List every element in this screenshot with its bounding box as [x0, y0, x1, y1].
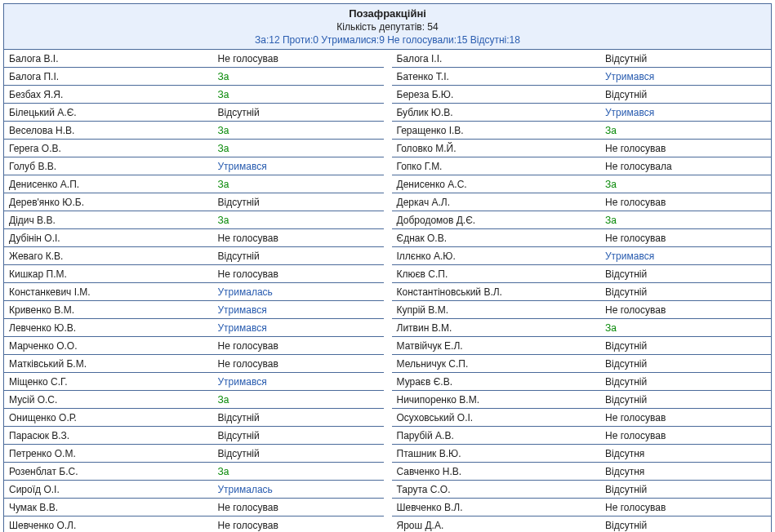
table-row: Тарута С.О.Відсутній — [392, 481, 772, 499]
deputy-vote: За — [212, 212, 383, 229]
deputy-count: Кількість депутатів: 54 — [4, 21, 771, 33]
deputy-name: Сироїд О.І. — [4, 481, 212, 499]
deputy-vote: За — [212, 69, 383, 86]
deputy-name: Іллєнко А.Ю. — [392, 248, 600, 265]
deputy-vote: За — [212, 176, 383, 193]
table-row: Мельничук С.П.Відсутній — [392, 356, 772, 373]
deputy-name: Розенблат Б.С. — [4, 463, 212, 481]
deputy-name: Литвин В.М. — [392, 320, 600, 337]
deputy-name: Веселова Н.В. — [4, 122, 212, 140]
table-row: Шевченко О.Л.Не голосував — [4, 517, 384, 532]
deputy-name: Бублик Ю.В. — [392, 104, 600, 122]
table-row: Балога І.І.Відсутній — [392, 51, 772, 68]
deputy-vote: За — [212, 463, 383, 481]
deputy-vote: Утримався — [600, 69, 771, 86]
deputy-name: Ничипоренко В.М. — [392, 392, 600, 409]
deputy-name: Констанкевич І.М. — [4, 284, 212, 301]
table-row: Кривенко В.М.Утримався — [4, 302, 384, 319]
deputy-vote: Утримався — [600, 248, 771, 265]
deputy-name: Петренко О.М. — [4, 446, 212, 463]
deputy-name: Константіновський В.Л. — [392, 284, 600, 301]
vote-columns: Балога В.І.Не голосувавБалога П.І.ЗаБезб… — [4, 50, 771, 532]
deputy-vote: Відсутній — [212, 428, 383, 445]
table-row: Петренко О.М.Відсутній — [4, 446, 384, 463]
deputy-vote: Не голосував — [212, 230, 383, 247]
vote-summary: За:12 Проти:0 Утрималися:9 Не голосували… — [4, 34, 771, 46]
deputy-vote: Утрималась — [212, 284, 383, 301]
deputy-name: Клюєв С.П. — [392, 266, 600, 283]
table-row: Береза Б.Ю.Відсутній — [392, 86, 772, 104]
deputy-name: Балога В.І. — [4, 51, 212, 68]
table-row: Шевченко В.Л.Не голосував — [392, 499, 772, 516]
deputy-vote: За — [600, 320, 771, 337]
deputy-vote: Відсутня — [600, 463, 771, 481]
table-row: Геращенко І.В.За — [392, 122, 772, 140]
deputy-vote: Не голосував — [600, 428, 771, 445]
deputy-name: Левченко Ю.В. — [4, 320, 212, 337]
deputy-vote: Не голосував — [600, 410, 771, 427]
deputy-name: Мураєв Є.В. — [392, 374, 600, 391]
deputy-name: Білецький А.Є. — [4, 104, 212, 122]
deputy-name: Геращенко І.В. — [392, 122, 600, 140]
table-row: Денисенко А.С.За — [392, 176, 772, 193]
deputy-vote: Не голосував — [600, 194, 771, 211]
vote-table-left: Балога В.І.Не голосувавБалога П.І.ЗаБезб… — [4, 50, 384, 532]
deputy-name: Безбах Я.Я. — [4, 86, 212, 104]
table-row: Міщенко С.Г.Утримався — [4, 374, 384, 391]
deputy-vote: Утримався — [600, 104, 771, 122]
deputy-vote: За — [212, 140, 383, 157]
table-row: Пташник В.Ю.Відсутня — [392, 446, 772, 463]
table-row: Добродомов Д.Є.За — [392, 212, 772, 229]
deputy-name: Кривенко В.М. — [4, 302, 212, 319]
deputy-vote: Не голосувала — [600, 158, 771, 175]
deputy-name: Тарута С.О. — [392, 481, 600, 499]
deputy-vote: Утримався — [212, 374, 383, 391]
deputy-vote: Утримався — [212, 302, 383, 319]
deputy-vote: Відсутній — [600, 392, 771, 409]
vote-table-right: Балога І.І.ВідсутнійБатенко Т.І.Утримавс… — [392, 50, 772, 532]
left-column: Балога В.І.Не голосувавБалога П.І.ЗаБезб… — [4, 50, 384, 532]
deputy-vote: Відсутній — [600, 284, 771, 301]
fraction-title: Позафракційні — [4, 7, 771, 20]
deputy-vote: Відсутній — [212, 194, 383, 211]
deputy-vote: За — [600, 176, 771, 193]
deputy-name: Онищенко О.Р. — [4, 410, 212, 427]
deputy-vote: Відсутній — [212, 410, 383, 427]
deputy-vote: Відсутній — [600, 356, 771, 373]
table-row: Парубій А.В.Не голосував — [392, 428, 772, 445]
deputy-name: Ярош Д.А. — [392, 517, 600, 532]
table-row: Матківський Б.М.Не голосував — [4, 356, 384, 373]
deputy-vote: За — [600, 212, 771, 229]
deputy-name: Шевченко В.Л. — [392, 499, 600, 516]
table-row: Онищенко О.Р.Відсутній — [4, 410, 384, 427]
deputy-vote: За — [212, 86, 383, 104]
table-row: Осуховський О.І.Не голосував — [392, 410, 772, 427]
deputy-name: Денисенко А.П. — [4, 176, 212, 193]
vote-results-panel: Позафракційні Кількість депутатів: 54 За… — [3, 3, 772, 532]
table-row: Батенко Т.І.Утримався — [392, 69, 772, 86]
deputy-name: Кишкар П.М. — [4, 266, 212, 283]
deputy-name: Добродомов Д.Є. — [392, 212, 600, 229]
deputy-name: Мусій О.С. — [4, 392, 212, 409]
deputy-name: Парубій А.В. — [392, 428, 600, 445]
table-row: Герега О.В.За — [4, 140, 384, 157]
table-row: Мусій О.С.За — [4, 392, 384, 409]
deputy-name: Мельничук С.П. — [392, 356, 600, 373]
deputy-name: Голуб В.В. — [4, 158, 212, 175]
table-row: Балога В.І.Не голосував — [4, 51, 384, 68]
table-row: Ярош Д.А.Відсутній — [392, 517, 772, 532]
deputy-vote: Не голосував — [212, 517, 383, 532]
table-row: Константіновський В.Л.Відсутній — [392, 284, 772, 301]
table-row: Головко М.Й.Не голосував — [392, 140, 772, 157]
deputy-name: Чумак В.В. — [4, 499, 212, 516]
table-row: Савченко Н.В.Відсутня — [392, 463, 772, 481]
deputy-name: Балога І.І. — [392, 51, 600, 68]
table-row: Сироїд О.І.Утрималась — [4, 481, 384, 499]
deputy-name: Герега О.В. — [4, 140, 212, 157]
deputy-vote: Відсутній — [600, 51, 771, 68]
table-row: Ничипоренко В.М.Відсутній — [392, 392, 772, 409]
deputy-vote: Відсутній — [212, 248, 383, 265]
deputy-name: Савченко Н.В. — [392, 463, 600, 481]
deputy-vote: Не голосував — [212, 499, 383, 516]
deputy-vote: Відсутній — [600, 374, 771, 391]
